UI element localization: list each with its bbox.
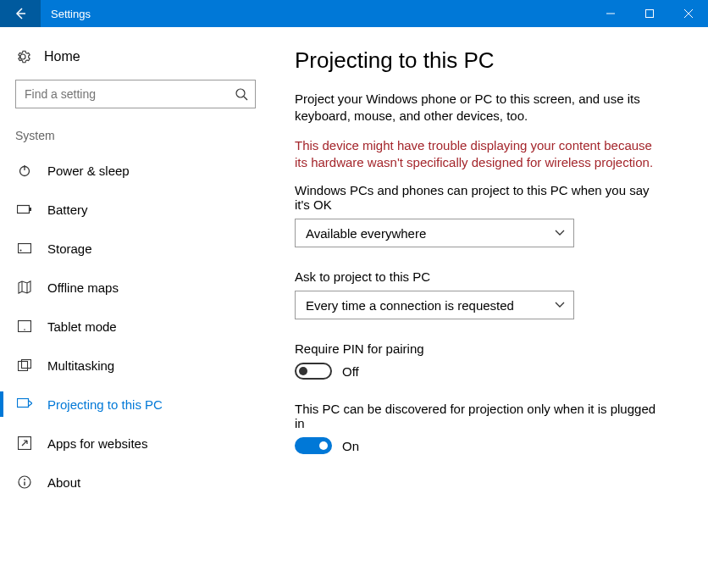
svg-rect-4 [30,208,31,211]
apps-icon [17,436,32,450]
tablet-icon [17,320,32,332]
pin-state: Off [342,364,359,379]
sidebar: Home System Power & sleep Battery Storag… [0,27,271,588]
search-box[interactable] [15,80,256,108]
search-input[interactable] [25,87,235,101]
main-panel: Projecting to this PC Project your Windo… [271,27,708,588]
svg-point-8 [24,329,25,330]
sidebar-item-label: Battery [47,202,88,217]
sidebar-item-label: Offline maps [47,280,119,295]
sidebar-item-label: Projecting to this PC [47,397,163,412]
maximize-icon [645,9,654,18]
permission-label: Windows PCs and phones can project to th… [295,183,667,212]
pin-label: Require PIN for pairing [295,341,667,356]
pin-toggle[interactable] [295,363,332,380]
titlebar: Settings [0,0,708,27]
sidebar-home[interactable]: Home [15,44,256,80]
permission-select[interactable]: Available everywhere [295,219,574,247]
page-title: Projecting to this PC [295,47,688,74]
window-title: Settings [41,8,591,20]
search-icon [235,87,248,101]
discover-toggle[interactable] [295,437,332,454]
close-button[interactable] [669,0,708,27]
sidebar-item-label: Storage [47,241,92,256]
warning-text: This device might have trouble displayin… [295,137,667,172]
sidebar-item-power-sleep[interactable]: Power & sleep [15,151,256,190]
sidebar-item-storage[interactable]: Storage [15,229,256,268]
minimize-icon [606,9,615,18]
svg-point-6 [20,250,22,252]
multitasking-icon [17,359,32,371]
svg-point-1 [236,89,245,97]
minimize-button[interactable] [591,0,630,27]
battery-icon [17,204,32,214]
sidebar-item-label: Tablet mode [47,319,117,334]
discover-state: On [342,439,359,453]
arrow-left-icon [14,7,27,20]
chevron-down-icon [555,302,565,308]
svg-rect-0 [646,10,654,18]
discover-label: This PC can be discovered for projection… [295,402,667,430]
power-icon [17,164,32,177]
close-icon [684,9,693,18]
svg-point-14 [24,479,25,480]
sidebar-item-tablet-mode[interactable]: Tablet mode [15,307,256,346]
sidebar-item-label: Apps for websites [47,436,147,451]
chevron-down-icon [555,230,565,236]
sidebar-item-about[interactable]: About [15,463,256,502]
permission-value: Available everywhere [306,226,426,241]
storage-icon [17,243,32,253]
maximize-button[interactable] [630,0,669,27]
ask-label: Ask to project to this PC [295,269,667,284]
sidebar-home-label: Home [44,49,80,64]
sidebar-item-apps-websites[interactable]: Apps for websites [15,424,256,463]
ask-select[interactable]: Every time a connection is requested [295,291,574,319]
sidebar-item-projecting[interactable]: Projecting to this PC [15,385,256,424]
svg-rect-11 [18,399,29,408]
svg-rect-5 [19,244,31,253]
svg-rect-3 [18,206,30,214]
sidebar-item-offline-maps[interactable]: Offline maps [15,268,256,307]
sidebar-item-label: About [47,475,80,490]
intro-text: Project your Windows phone or PC to this… [295,91,667,125]
projecting-icon [17,398,32,410]
svg-rect-9 [19,362,28,371]
sidebar-section-label: System [15,129,256,142]
sidebar-item-label: Power & sleep [47,164,130,178]
sidebar-item-battery[interactable]: Battery [15,190,256,229]
map-icon [17,280,32,294]
sidebar-item-multitasking[interactable]: Multitasking [15,346,256,385]
back-button[interactable] [0,0,41,27]
sidebar-item-label: Multitasking [47,358,114,373]
gear-icon [15,49,30,64]
ask-value: Every time a connection is requested [306,298,514,313]
info-icon [17,475,32,489]
